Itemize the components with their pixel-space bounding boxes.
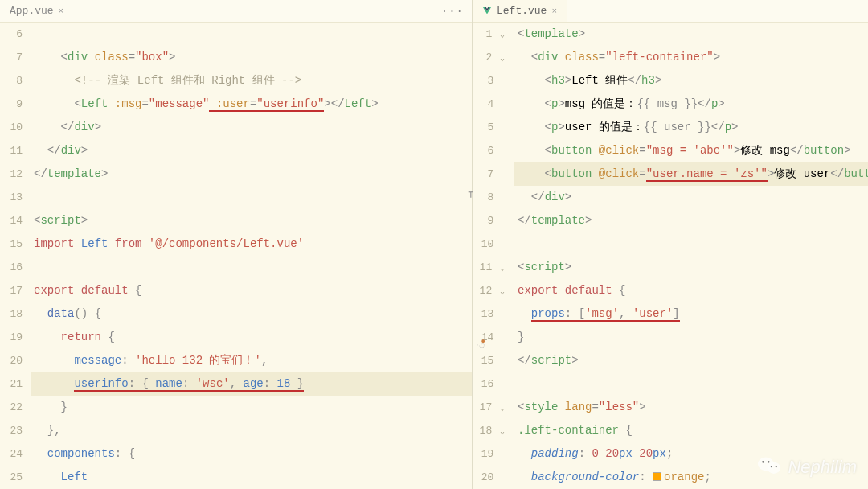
tab-label: App.vue [10, 5, 54, 17]
code-line: <script> [514, 256, 868, 279]
code-line: <p>user 的值是：{{ user }}</p> [514, 116, 868, 139]
more-icon[interactable]: ··· [441, 5, 464, 18]
code-line: </div> [31, 139, 472, 162]
code-line: } [514, 326, 868, 349]
svg-point-2 [763, 461, 765, 463]
code-line: components: { [31, 442, 472, 466]
tab-bar-right: Left.vue × [473, 0, 868, 23]
code-line: <div class="left-container"> [514, 46, 868, 69]
wechat-icon [757, 455, 781, 479]
code-line: data() { [31, 302, 472, 326]
vue-icon [482, 6, 492, 16]
code-line: <button @click="user.name = 'zs'">修改 use… [514, 162, 868, 186]
svg-point-4 [771, 466, 772, 467]
code-line [31, 256, 472, 279]
code-line: <h3>Left 组件</h3> [514, 69, 868, 92]
code-line [31, 23, 472, 46]
code-line: </div> [514, 186, 868, 209]
close-icon[interactable]: × [551, 6, 557, 16]
line-gutter-left: 6 7 8 9 10 11 12 13 14 15 16 17 18 19 20… [0, 23, 31, 489]
code-line: </div> [31, 116, 472, 139]
code-line: <script> [31, 209, 472, 232]
fold-icon: ⌄ [498, 420, 506, 443]
code-line: <!-- 渲染 Left 组件和 Right 组件 --> [31, 69, 472, 92]
code-line [514, 232, 868, 256]
svg-point-1 [768, 462, 781, 474]
code-line: userinfo: { name: 'wsc', age: 18 } [31, 372, 472, 396]
code-line: <p>msg 的值是：{{ msg }}</p> [514, 92, 868, 116]
code-line: <template> [514, 23, 868, 46]
code-line: import Left from '@/components/Left.vue' [31, 232, 472, 256]
code-line [31, 186, 472, 209]
code-line: Left [31, 466, 472, 489]
code-line: <Left :msg="message" :user="userinfo"></… [31, 92, 472, 116]
code-area-right[interactable]: 1 ⌄ 2 ⌄ 3 4 5 6 7 8 9 10 11 ⌄ 12 ⌄ 13 14… [473, 23, 868, 489]
svg-point-5 [776, 466, 777, 467]
code-line: export default { [31, 279, 472, 302]
code-line: <style lang="less"> [514, 396, 868, 419]
code-line: <button @click="msg = 'abc'">修改 msg</but… [514, 139, 868, 162]
sash-handle-icon[interactable]: ⊤ [468, 189, 473, 201]
code-line: } [31, 396, 472, 419]
code-line: props: ['msg', 'user'] [514, 302, 868, 326]
code-line: }, [31, 419, 472, 442]
tab-left-vue[interactable]: Left.vue × [473, 0, 567, 22]
fold-icon: ⌄ [498, 47, 506, 70]
tab-bar-left: App.vue × ··· [0, 0, 472, 23]
code-line: .left-container { [514, 419, 868, 442]
code-content-left[interactable]: <div class="box"> <!-- 渲染 Left 组件和 Right… [31, 23, 472, 489]
code-line: export default { [514, 279, 868, 302]
code-line: return { [31, 326, 472, 349]
code-line: <div class="box"> [31, 46, 472, 69]
close-icon[interactable]: × [59, 6, 64, 16]
code-line: </template> [31, 162, 472, 186]
line-gutter-right: 1 ⌄ 2 ⌄ 3 4 5 6 7 8 9 10 11 ⌄ 12 ⌄ 13 14… [473, 23, 514, 489]
watermark: Nephilim [757, 455, 857, 479]
watermark-text: Nephilim [788, 457, 857, 478]
code-line: </template> [514, 209, 868, 232]
editor-pane-right: Left.vue × 1 ⌄ 2 ⌄ 3 4 5 6 7 8 9 10 11 ⌄… [473, 0, 868, 489]
code-line [514, 372, 868, 396]
fold-icon: ⌄ [498, 257, 506, 280]
code-content-right[interactable]: <template> <div class="left-container"> … [514, 23, 868, 489]
svg-point-3 [768, 461, 770, 463]
cursor-indicator-icon: ☜● [477, 339, 489, 353]
code-area-left[interactable]: 6 7 8 9 10 11 12 13 14 15 16 17 18 19 20… [0, 23, 472, 489]
editor-pane-left: App.vue × ··· 6 7 8 9 10 11 12 13 14 15 … [0, 0, 473, 489]
code-line: message: 'hello 132 的宝们！', [31, 349, 472, 372]
fold-icon: ⌄ [498, 397, 506, 420]
code-line: </script> [514, 349, 868, 372]
fold-icon: ⌄ [498, 23, 506, 47]
fold-icon: ⌄ [498, 280, 506, 303]
color-swatch-icon [653, 472, 661, 481]
tab-label: Left.vue [497, 5, 547, 17]
tab-app-vue[interactable]: App.vue × [0, 0, 73, 22]
